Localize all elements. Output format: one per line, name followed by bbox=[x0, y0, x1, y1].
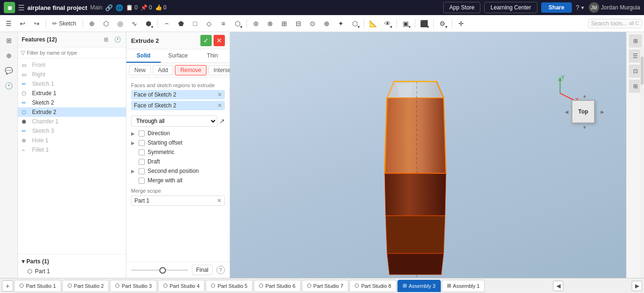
help-circle-button[interactable]: ? bbox=[216, 266, 225, 274]
confirm-button[interactable]: ✓ bbox=[200, 35, 212, 46]
tab-part-studio-5[interactable]: ⬡ Part Studio 5 bbox=[206, 280, 253, 292]
feature-item-sketch2[interactable]: ✏ Sketch 2 bbox=[18, 98, 126, 107]
right-panel-btn-1[interactable]: ⊞ bbox=[629, 34, 642, 48]
part-item-1[interactable]: ⬡ Part 1 bbox=[18, 267, 126, 276]
tab-part-studio-3[interactable]: ⬡ Part Studio 3 bbox=[110, 280, 157, 292]
share-button[interactable]: Share bbox=[541, 2, 572, 13]
option-starting-offset[interactable]: ▶ Starting offset bbox=[126, 138, 230, 147]
tab-part-studio-1[interactable]: ⬡ Part Studio 1 bbox=[14, 280, 61, 292]
feature-item-hole1[interactable]: ⊚ Hole 1 bbox=[18, 136, 126, 145]
redo-button[interactable]: ↪ bbox=[30, 17, 43, 30]
undo-button[interactable]: ↩ bbox=[16, 17, 29, 30]
scrollbar-track[interactable] bbox=[640, 47, 644, 278]
chamfer-tool[interactable]: ⬟ bbox=[174, 17, 188, 30]
merge-all-checkbox[interactable] bbox=[139, 178, 145, 184]
loft-tool[interactable]: ⬢▼ bbox=[142, 17, 155, 30]
draft-checkbox[interactable] bbox=[139, 159, 145, 165]
app-store-button[interactable]: App Store bbox=[443, 2, 480, 13]
help-button[interactable]: ? ▼ bbox=[576, 4, 585, 11]
display-tool[interactable]: ▣▼ bbox=[399, 17, 413, 30]
tab-part-studio-2[interactable]: ⬡ Part Studio 2 bbox=[62, 280, 109, 292]
final-button[interactable]: Final bbox=[192, 265, 213, 275]
rib-tool[interactable]: ≡ bbox=[217, 17, 230, 30]
depth-arrow-icon[interactable]: ↗ bbox=[219, 117, 225, 125]
tab-assembly-3[interactable]: ⊞ Assembly 3 bbox=[397, 280, 441, 292]
nav-arrow-left[interactable]: ◀ bbox=[565, 109, 569, 114]
fillet-tool[interactable]: ⌢ bbox=[160, 17, 173, 30]
merge-chip-remove[interactable]: ✕ bbox=[217, 197, 222, 204]
option-second-end[interactable]: ▶ Second end position bbox=[126, 166, 230, 176]
slider-track[interactable] bbox=[131, 269, 188, 271]
mode-add-button[interactable]: Add bbox=[153, 65, 173, 75]
viewport[interactable]: Y X Top ▲ ▼ ◀ ▶ bbox=[230, 32, 626, 278]
option-merge-all[interactable]: Merge with all bbox=[126, 176, 230, 185]
mirror-tool[interactable]: ⊟ bbox=[292, 17, 305, 30]
nav-arrow-up[interactable]: ▲ bbox=[582, 93, 587, 98]
tab-surface[interactable]: Surface bbox=[161, 49, 195, 63]
draft-tool[interactable]: ◇ bbox=[203, 17, 216, 30]
sketch-button[interactable]: ✏ Sketch bbox=[49, 17, 80, 30]
tool-group-1[interactable]: ⬡▼ bbox=[231, 17, 244, 30]
filter-input[interactable] bbox=[27, 50, 123, 56]
tab-part-studio-6[interactable]: ⬡ Part Studio 6 bbox=[254, 280, 301, 292]
option-draft[interactable]: Draft bbox=[126, 157, 230, 166]
branch-label[interactable]: Main bbox=[90, 4, 102, 11]
feature-item-extrude1[interactable]: ⬡ Extrude 1 bbox=[18, 89, 126, 98]
sidebar-add-icon[interactable]: ⊕ bbox=[2, 49, 16, 62]
mode-remove-button[interactable]: Remove bbox=[175, 65, 206, 75]
face-chip-1-remove[interactable]: ✕ bbox=[217, 91, 222, 98]
pattern-tool[interactable]: ⊞ bbox=[278, 17, 291, 30]
option-direction[interactable]: ▶ Direction bbox=[126, 129, 230, 138]
tab-part-studio-7[interactable]: ⬡ Part Studio 7 bbox=[302, 280, 349, 292]
boolean-tool[interactable]: ⊙ bbox=[306, 17, 319, 30]
crosshair-tool[interactable]: ✛ bbox=[454, 17, 468, 30]
feature-item-sketch1[interactable]: ✏ Sketch 1 bbox=[18, 79, 126, 89]
tab-part-studio-4[interactable]: ⬡ Part Studio 4 bbox=[158, 280, 205, 292]
feature-history-btn[interactable]: 🕐 bbox=[113, 35, 122, 44]
direction-checkbox[interactable] bbox=[139, 130, 145, 137]
add-tab-button[interactable]: + bbox=[2, 280, 13, 292]
globe-icon[interactable]: 🌐 bbox=[116, 4, 123, 11]
tab-part-studio-8[interactable]: ⬡ Part Studio 8 bbox=[349, 280, 396, 292]
tab-assembly-1[interactable]: ⊞ Assembly 1 bbox=[442, 280, 485, 292]
menu-toggle-button[interactable]: ☰ bbox=[2, 17, 15, 30]
starting-offset-checkbox[interactable] bbox=[139, 140, 145, 146]
measure-tool[interactable]: 📐 bbox=[367, 17, 380, 30]
sidebar-features-icon[interactable]: ⊞ bbox=[2, 34, 16, 47]
feature-item-right[interactable]: ▭ Right bbox=[18, 70, 126, 79]
symmetric-checkbox[interactable] bbox=[139, 149, 145, 155]
user-area[interactable]: JM Jordan Murguia bbox=[589, 2, 640, 13]
mode-new-button[interactable]: New bbox=[129, 65, 151, 75]
feature-view-btn[interactable]: ⊞ bbox=[101, 35, 111, 44]
tab-solid[interactable]: Solid bbox=[126, 49, 161, 63]
tab-nav-next[interactable]: ▶ bbox=[632, 281, 642, 291]
scrollbar-thumb[interactable] bbox=[641, 57, 644, 85]
split-tool[interactable]: ⊕ bbox=[320, 17, 333, 30]
extrude-tool[interactable]: ⬡ bbox=[99, 17, 113, 30]
sidebar-history-icon[interactable]: 🕐 bbox=[2, 79, 16, 92]
nav-cube-face[interactable]: Top bbox=[571, 100, 595, 123]
link-icon[interactable]: 🔗 bbox=[105, 4, 113, 11]
hamburger-menu[interactable]: ☰ bbox=[18, 3, 25, 12]
search-tools-bar[interactable]: Search tools... alt C bbox=[588, 19, 642, 28]
hole-tool[interactable]: ⊚ bbox=[249, 17, 263, 30]
shell-tool[interactable]: □ bbox=[189, 17, 202, 30]
feature-item-fillet1[interactable]: ⌢ Fillet 1 bbox=[18, 145, 126, 155]
select-tool[interactable]: ⊕ bbox=[85, 17, 99, 30]
nav-cube[interactable]: Top ▲ ▼ ◀ ▶ bbox=[570, 93, 598, 122]
parts-header[interactable]: ▾ Parts (1) bbox=[18, 256, 126, 267]
tab-thin[interactable]: Thin bbox=[195, 49, 230, 63]
thread-tool[interactable]: ⊗ bbox=[264, 17, 277, 30]
feature-item-sketch3[interactable]: ✏ Sketch 3 bbox=[18, 126, 126, 136]
cancel-button[interactable]: ✕ bbox=[214, 35, 225, 46]
slider-thumb[interactable] bbox=[159, 267, 166, 274]
nav-arrow-right[interactable]: ▶ bbox=[601, 109, 604, 114]
tab-nav-prev[interactable]: ◀ bbox=[553, 281, 563, 291]
nav-arrow-down[interactable]: ▼ bbox=[582, 125, 587, 130]
feature-item-chamfer1[interactable]: ⬟ Chamfer 1 bbox=[18, 117, 126, 126]
view-tool[interactable]: 👁▼ bbox=[381, 17, 394, 30]
second-end-checkbox[interactable] bbox=[139, 168, 145, 174]
feature-item-front[interactable]: ▭ Front bbox=[18, 60, 126, 70]
transform-tool[interactable]: ✦ bbox=[334, 17, 347, 30]
sweep-tool[interactable]: ∿ bbox=[128, 17, 141, 30]
